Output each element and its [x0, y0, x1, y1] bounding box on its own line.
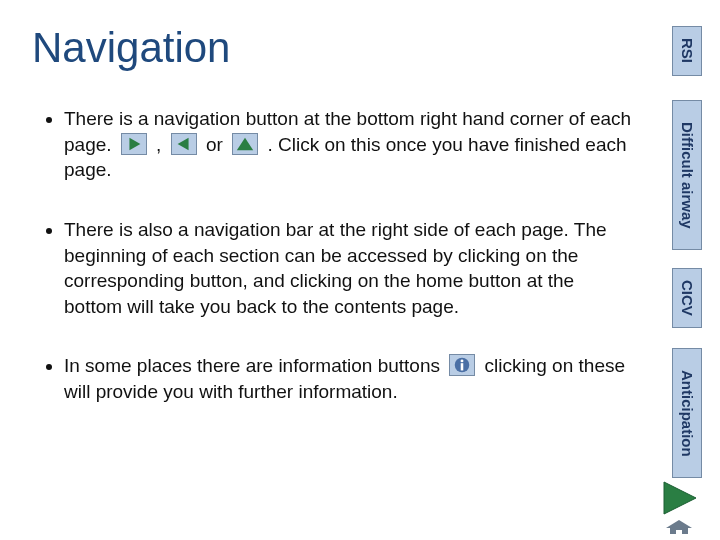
nav-next-button[interactable] [658, 478, 700, 518]
bullet-2: There is also a navigation bar at the ri… [64, 217, 634, 320]
play-left-icon [171, 133, 197, 155]
tab-cicv-label: CICV [679, 276, 696, 320]
svg-marker-0 [129, 137, 140, 150]
tab-anticipation-label: Anticipation [679, 366, 696, 461]
bullet-1-text-d: . Click on this once you have finished e… [64, 134, 627, 181]
tab-cicv[interactable]: CICV [672, 268, 702, 328]
bullet-3: In some places there are information but… [64, 353, 634, 404]
svg-point-4 [461, 360, 464, 363]
svg-marker-2 [237, 137, 253, 150]
page-title: Navigation [32, 24, 230, 72]
svg-marker-7 [666, 520, 692, 534]
svg-rect-5 [461, 364, 464, 371]
bullet-1-text-b: , [156, 134, 167, 155]
bullet-3-text-a: In some places there are information but… [64, 355, 445, 376]
body-text: There is a navigation button at the bott… [44, 106, 634, 439]
bullet-1: There is a navigation button at the bott… [64, 106, 634, 183]
svg-marker-1 [177, 137, 188, 150]
bullet-1-text-c: or [206, 134, 228, 155]
tab-rsi-label: RSI [679, 34, 696, 67]
play-right-icon [121, 133, 147, 155]
nav-home-button[interactable] [664, 520, 694, 534]
play-up-icon [232, 133, 258, 155]
svg-marker-6 [664, 482, 696, 514]
tab-rsi[interactable]: RSI [672, 26, 702, 76]
info-icon [449, 354, 475, 376]
tab-anticipation[interactable]: Anticipation [672, 348, 702, 478]
tab-difficult-airway[interactable]: Difficult airway [672, 100, 702, 250]
tab-difficult-airway-label: Difficult airway [679, 118, 696, 233]
slide: Navigation RSI Difficult airway CICV Ant… [0, 0, 720, 540]
